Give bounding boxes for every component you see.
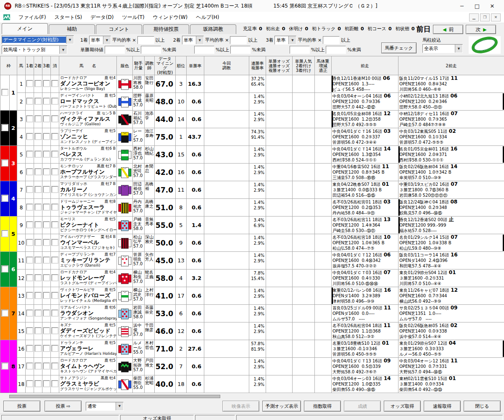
mark-erase-cell[interactable] (51, 322, 59, 340)
tab-3[interactable]: 期待値投票 (143, 24, 189, 34)
mark-erase-cell[interactable] (51, 234, 59, 252)
mark-1st-cell[interactable] (26, 75, 34, 93)
mark-erase-checkbox[interactable] (52, 116, 58, 122)
mark-2nd-checkbox[interactable] (35, 151, 41, 157)
mark-3rd-checkbox[interactable] (43, 222, 50, 228)
mark-2nd-checkbox[interactable] (35, 363, 41, 369)
mark-3rd-cell[interactable] (42, 217, 51, 234)
mark-1st-checkbox[interactable] (26, 239, 33, 246)
waku-checkbox[interactable] (2, 363, 8, 369)
waku-checkbox-cell[interactable] (0, 287, 10, 340)
waku-checkbox-cell[interactable] (0, 340, 10, 393)
mark-erase-checkbox[interactable] (52, 204, 58, 210)
mark-1st-checkbox[interactable] (26, 80, 33, 87)
mark-1st-cell[interactable] (26, 93, 34, 111)
mark-3rd-cell[interactable] (42, 375, 51, 393)
mark-3rd-checkbox[interactable] (43, 80, 50, 87)
mark-2nd-cell[interactable] (34, 217, 42, 234)
mark-erase-checkbox[interactable] (52, 275, 58, 281)
mark-3rd-checkbox[interactable] (43, 328, 50, 334)
mark-1st-cell[interactable] (26, 340, 34, 358)
vote-arrow-button[interactable]: 投票 ⇨ (45, 401, 82, 412)
mark-2nd-cell[interactable] (34, 340, 42, 358)
mark-2nd-checkbox[interactable] (35, 310, 41, 316)
mark-1st-cell[interactable] (26, 199, 34, 217)
index-type-select[interactable]: データマイニング(対戦型)▼ (2, 35, 74, 44)
mark-2nd-cell[interactable] (34, 287, 42, 305)
pct-max-input[interactable] (326, 46, 346, 54)
mark-2nd-cell[interactable] (34, 199, 42, 217)
mark-3rd-checkbox[interactable] (43, 239, 50, 246)
mark-2nd-cell[interactable] (34, 93, 42, 111)
mdi-restore-icon[interactable]: ❐ (480, 13, 490, 21)
pct-max-input[interactable] (230, 46, 251, 54)
mark-1st-checkbox[interactable] (26, 363, 33, 369)
mark-1st-cell[interactable] (26, 322, 34, 340)
mark-erase-cell[interactable] (51, 75, 59, 93)
waku-checkbox[interactable] (2, 310, 8, 316)
mark-1st-cell[interactable] (26, 128, 34, 146)
mark-2nd-cell[interactable] (34, 305, 42, 322)
mark-3rd-checkbox[interactable] (43, 116, 50, 122)
scrollbar-thumb[interactable] (9, 395, 220, 398)
next-race-button[interactable]: 次 ▶ (466, 25, 496, 34)
mark-2nd-cell[interactable] (34, 322, 42, 340)
mark-2nd-checkbox[interactable] (35, 186, 41, 193)
mark-erase-checkbox[interactable] (52, 328, 58, 334)
mark-1st-cell[interactable] (26, 269, 34, 287)
mark-erase-cell[interactable] (51, 375, 59, 393)
maximize-icon[interactable]: □ (470, 3, 485, 9)
mark-2nd-cell[interactable] (34, 111, 42, 128)
mark-2nd-checkbox[interactable] (35, 222, 41, 228)
mark-2nd-cell[interactable] (34, 146, 42, 164)
mark-1st-cell[interactable] (26, 181, 34, 199)
waku-checkbox-cell[interactable] (0, 181, 10, 217)
pct-min-input[interactable] (290, 46, 310, 54)
mark-3rd-checkbox[interactable] (43, 275, 50, 281)
waku-checkbox[interactable] (2, 266, 8, 272)
mark-3rd-checkbox[interactable] (43, 380, 50, 387)
mark-1st-checkbox[interactable] (26, 257, 33, 263)
mark-erase-cell[interactable] (51, 111, 59, 128)
mark-1st-checkbox[interactable] (26, 345, 33, 351)
mark-2nd-checkbox[interactable] (35, 80, 41, 87)
mark-2nd-cell[interactable] (34, 269, 42, 287)
mark-1st-cell[interactable] (26, 234, 34, 252)
mark-2nd-checkbox[interactable] (35, 204, 41, 210)
mark-3rd-checkbox[interactable] (43, 292, 50, 298)
mark-1st-cell[interactable] (26, 287, 34, 305)
category-select[interactable]: 競馬場・トラック別▼ (2, 45, 67, 54)
mark-3rd-cell[interactable] (42, 164, 51, 181)
mark-1st-checkbox[interactable] (26, 328, 33, 334)
mark-2nd-checkbox[interactable] (35, 257, 41, 263)
avg-multiplier-input[interactable] (137, 36, 154, 44)
mark-3rd-checkbox[interactable] (43, 345, 50, 351)
mdi-close-icon[interactable]: ✕ (491, 13, 501, 21)
rate-type-select[interactable]: 単率▼ (182, 36, 204, 45)
mark-erase-cell[interactable] (51, 252, 59, 269)
mark-3rd-cell[interactable] (42, 181, 51, 199)
action-button-オッズ取得[interactable]: オッズ取得 (384, 401, 421, 412)
mark-1st-checkbox[interactable] (26, 133, 33, 140)
mark-2nd-cell[interactable] (34, 164, 42, 181)
action-button-速報取得[interactable]: 速報取得 (424, 401, 461, 412)
mark-2nd-checkbox[interactable] (35, 116, 41, 122)
mark-3rd-checkbox[interactable] (43, 310, 50, 316)
mark-3rd-cell[interactable] (42, 128, 51, 146)
mark-erase-cell[interactable] (51, 199, 59, 217)
mark-erase-checkbox[interactable] (52, 345, 58, 351)
avg-multiplier-input[interactable] (323, 36, 340, 44)
mark-erase-checkbox[interactable] (52, 222, 58, 228)
mark-1st-checkbox[interactable] (26, 151, 33, 157)
action-button-指数取得[interactable]: 指数取得 (304, 401, 341, 412)
mark-2nd-checkbox[interactable] (35, 328, 41, 334)
mark-1st-checkbox[interactable] (26, 222, 33, 228)
waku-checkbox-cell[interactable] (0, 252, 10, 287)
pct-min-input[interactable] (194, 46, 214, 54)
mark-erase-cell[interactable] (51, 305, 59, 322)
waku-checkbox[interactable] (2, 160, 8, 166)
mark-2nd-cell[interactable] (34, 128, 42, 146)
waku-checkbox-cell[interactable] (0, 146, 10, 181)
mark-erase-cell[interactable] (51, 181, 59, 199)
tab-0[interactable]: メイン (2, 23, 48, 34)
